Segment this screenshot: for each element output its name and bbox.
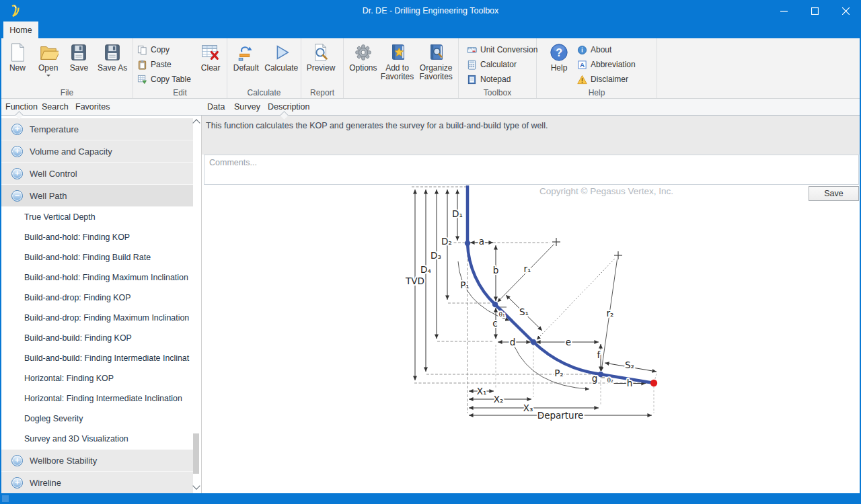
open-button[interactable]: Open — [32, 40, 65, 85]
diagram-label-s2: S₂ — [625, 360, 634, 370]
sidebar-category-temperature[interactable]: + Temperature — [1, 118, 193, 140]
options-button-label: Options — [349, 64, 377, 73]
maximize-icon — [811, 7, 819, 15]
save-floppy-icon — [69, 42, 89, 62]
calculate-button[interactable]: Calculate — [264, 40, 299, 85]
comments-input[interactable] — [204, 155, 859, 185]
tab-description[interactable]: Description — [268, 99, 310, 115]
preview-magnifier-icon — [311, 42, 331, 62]
copy-table-button[interactable]: Copy Table — [135, 72, 196, 87]
tab-home[interactable]: Home — [3, 22, 38, 38]
expand-plus-icon[interactable]: + — [11, 124, 23, 135]
sidebar-item-label: True Vertical Depth — [24, 212, 96, 222]
save-image-button[interactable]: Save — [809, 186, 859, 201]
sidebar-item-build-and-hold-finding-build-rate[interactable]: Build-and-hold: Finding Build Rate — [1, 247, 193, 267]
scroll-down-icon[interactable] — [192, 482, 200, 489]
sidebar-category-label: Well Path — [30, 191, 67, 201]
about-button[interactable]: About — [574, 42, 638, 57]
nav-tab-row: Function Search Favorites Data Survey De… — [1, 99, 860, 116]
diagram-label-a: a — [479, 236, 484, 247]
tab-search[interactable]: Search — [42, 99, 69, 115]
sidebar-item-build-and-hold-finding-kop[interactable]: Build-and-hold: Finding KOP — [1, 227, 193, 247]
ribbon-group-favorites: Options Add to Favorites Organize Favori… — [344, 38, 459, 98]
help-question-icon: ? — [549, 42, 569, 62]
save-button[interactable]: Save — [65, 40, 94, 85]
tab-description-label: Description — [268, 102, 310, 112]
diagram-label-p2: P₂ — [554, 368, 564, 378]
save-as-floppy-icon — [102, 42, 122, 62]
notepad-button-label: Notepad — [480, 75, 511, 84]
expand-plus-icon[interactable]: + — [11, 477, 23, 489]
paste-button[interactable]: Paste — [135, 57, 196, 72]
function-description-text: This function calculates the KOP and gen… — [202, 116, 860, 130]
sidebar-item-build-and-hold-finding-maximum-inclination[interactable]: Build-and-hold: Finding Maximum Inclinat… — [1, 267, 193, 288]
sidebar-category-well-control[interactable]: + Well Control — [1, 163, 193, 185]
sidebar-item-survey-and-3d-visualization[interactable]: Survey and 3D Visualization — [1, 429, 193, 449]
calculator-button[interactable]: Calculator — [464, 57, 540, 72]
add-to-favorites-button[interactable]: Add to Favorites — [379, 40, 416, 85]
calculate-button-label: Calculate — [264, 64, 298, 73]
sidebar-item-build-and-drop-finding-maximum-inclination[interactable]: Build-and-drop: Finding Maximum Inclinat… — [1, 308, 193, 328]
expand-plus-icon[interactable]: + — [11, 455, 23, 466]
diagram-label-theta1: θ₁ — [498, 311, 505, 318]
sidebar-item-dogleg-severity[interactable]: Dogleg Severity — [1, 409, 193, 429]
sidebar-item-build-and-drop-finding-kop[interactable]: Build-and-drop: Finding KOP — [1, 288, 193, 308]
disclaimer-button[interactable]: Disclaimer — [574, 72, 638, 87]
preview-button[interactable]: Preview — [303, 40, 339, 85]
sidebar-item-build-and-build-finding-kop[interactable]: Build-and-build: Finding KOP — [1, 328, 193, 348]
tab-function-label: Function — [5, 102, 38, 112]
gear-icon — [353, 42, 373, 62]
collapse-minus-icon[interactable]: − — [11, 190, 23, 202]
save-as-button[interactable]: Save As — [93, 40, 131, 85]
diagram-label-h: h — [627, 378, 633, 388]
tab-function[interactable]: Function — [5, 99, 38, 115]
minimize-button[interactable] — [768, 0, 799, 22]
new-button-label: New — [9, 64, 26, 73]
sidebar-category-well-path[interactable]: − Well Path — [1, 185, 193, 207]
new-button[interactable]: New — [3, 40, 32, 85]
organize-favorites-button[interactable]: Organize Favorites — [415, 40, 457, 85]
notepad-button[interactable]: Notepad — [464, 72, 540, 87]
status-bar — [0, 493, 861, 504]
new-document-icon — [7, 42, 28, 62]
sidebar-item-horizontal-finding-kop[interactable]: Horizontal: Finding KOP — [1, 368, 193, 388]
app-logo-icon — [9, 4, 22, 17]
sidebar-category-label: Wellbore Stability — [30, 456, 97, 466]
sidebar-scrollbar[interactable] — [192, 116, 200, 493]
diagram-label-theta2: θ₂ — [607, 377, 613, 384]
tab-survey[interactable]: Survey — [234, 99, 260, 115]
close-button[interactable] — [830, 0, 861, 22]
sidebar-item-true-vertical-depth[interactable]: True Vertical Depth — [1, 207, 193, 227]
clear-button[interactable]: Clear — [196, 40, 225, 85]
tab-favorites[interactable]: Favorites — [75, 99, 110, 115]
save-as-button-label: Save As — [98, 64, 127, 73]
sidebar-item-label: Dogleg Severity — [24, 414, 83, 423]
unit-conversion-button[interactable]: Unit Conversion — [464, 42, 540, 57]
sidebar-item-label: Build-and-hold: Finding Build Rate — [24, 253, 151, 262]
help-button[interactable]: ? Help — [544, 40, 574, 85]
tab-data[interactable]: Data — [207, 99, 225, 115]
sidebar-item-build-and-build-finding-intermediate-inclination[interactable]: Build-and-build: Finding Intermediate In… — [1, 348, 193, 368]
scrollbar-thumb[interactable] — [193, 433, 199, 474]
sidebar-category-wireline[interactable]: + Wireline — [1, 472, 193, 493]
paste-button-label: Paste — [151, 60, 172, 69]
sidebar-category-wellbore-stability[interactable]: + Wellbore Stability — [1, 450, 193, 472]
options-button[interactable]: Options — [347, 40, 379, 85]
tab-search-label: Search — [42, 102, 69, 112]
sidebar-item-horizontal-finding-intermediate-inclination[interactable]: Horizontal: Finding Intermediate Inclina… — [1, 388, 193, 409]
expand-plus-icon[interactable]: + — [11, 146, 23, 157]
expand-plus-icon[interactable]: + — [11, 168, 23, 179]
ribbon-group-label-toolbox: Toolbox — [459, 88, 536, 97]
abbreviation-button[interactable]: A Abbreviation — [574, 57, 638, 72]
tab-home-label: Home — [9, 26, 32, 35]
ribbon-tab-row: Home — [0, 22, 861, 38]
disclaimer-button-label: Disclaimer — [591, 75, 628, 84]
maximize-button[interactable] — [799, 0, 830, 22]
default-button[interactable]: Default — [229, 40, 264, 85]
copy-button[interactable]: Copy — [135, 42, 196, 57]
sidebar-category-volume-and-capacity[interactable]: + Volume and Capacity — [1, 140, 193, 163]
ribbon-group-label-file: File — [1, 88, 133, 97]
sidebar-category-label: Wireline — [30, 478, 61, 488]
sidebar-item-label: Horizontal: Finding KOP — [24, 374, 114, 383]
scroll-up-icon[interactable] — [192, 119, 200, 126]
